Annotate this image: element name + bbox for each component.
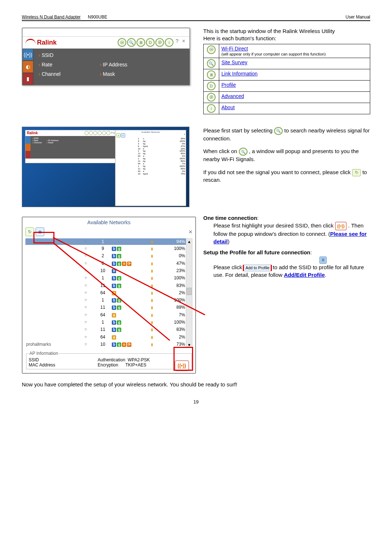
func-link[interactable]: Site Survey: [221, 59, 248, 65]
speed-tab-icon[interactable]: ◐: [23, 61, 33, 73]
signal-icon: ▮: [151, 262, 153, 266]
signal-icon: ▮: [151, 254, 153, 258]
rate-label: Rate: [42, 62, 71, 67]
signal-icon: ▮: [151, 291, 153, 295]
proto-b-icon: b: [112, 284, 116, 288]
proto-g-icon: g: [117, 305, 121, 310]
signal-icon: ▮: [151, 247, 153, 251]
table-row[interactable]: ᯤ1bg▮100%: [25, 274, 186, 282]
network-icon: ᯤ: [84, 246, 89, 251]
advanced-icon[interactable]: ⦿: [207, 93, 216, 102]
about-icon[interactable]: i: [165, 38, 173, 47]
connect-inline-icon[interactable]: ((•)): [335, 222, 347, 230]
network-icon: ᯤ: [84, 239, 89, 244]
site-survey-icon[interactable]: 🔍: [207, 59, 216, 68]
func-link[interactable]: Wi-Fi Direct: [221, 46, 248, 52]
network-icon: ᯤ: [84, 261, 89, 266]
table-row[interactable]: ᯤ10b▮23%: [25, 267, 186, 274]
one-time-title: One time connection: [203, 215, 257, 221]
available-networks-title: Available Networks: [25, 219, 192, 225]
channel-label: Channel: [42, 71, 71, 77]
table-row[interactable]: ᯤ1bg▮100%: [25, 296, 186, 304]
proto-g-icon: g: [117, 254, 121, 258]
ap-information: AP Information SSID Authentication WPA2-…: [26, 351, 192, 369]
site-survey-inline-icon-2[interactable]: 🔍: [239, 148, 248, 156]
para-rescan: If you did not see the signal you want t…: [203, 169, 370, 184]
header-right: User Manual: [346, 15, 370, 20]
wifi-direct-icon[interactable]: ⓦ: [118, 38, 126, 47]
func-link[interactable]: Advanced: [221, 93, 244, 99]
table-row[interactable]: ᯤ1▮94%: [25, 238, 186, 245]
proto-b-icon: b: [112, 328, 116, 332]
status-tab-icon[interactable]: ((•)): [23, 49, 33, 61]
func-link[interactable]: Profile: [221, 82, 236, 88]
proto-a-icon: a: [112, 335, 116, 340]
scrollbar[interactable]: ▴ ▾: [186, 238, 192, 348]
proto-g-icon: g: [117, 262, 121, 266]
advanced-icon[interactable]: ⦿: [155, 38, 164, 47]
profile-icon[interactable]: D: [146, 38, 155, 47]
site-survey-inline-icon[interactable]: 🔍: [274, 127, 283, 135]
proto-g-icon: g: [117, 284, 121, 288]
help-icon[interactable]: ?: [174, 38, 180, 47]
proto-b-icon: b: [112, 320, 116, 325]
table-row[interactable]: ᯤ11bg▮83%: [25, 326, 186, 333]
network-icon: ᯤ: [84, 305, 89, 310]
close-icon[interactable]: ×: [181, 38, 187, 47]
ralink-startup-window: Ralink ⓦ 🔍 ≣ D ⦿ i ? × ((•)) ◐ ▮: [22, 28, 190, 86]
intro-text-2: Here is each button's function:: [203, 35, 370, 42]
mask-label: Mask: [103, 71, 115, 77]
table-row[interactable]: ᯤ64a▮7%: [25, 311, 186, 319]
signal-icon: ▮: [151, 276, 153, 280]
para-select: Please first start by selecting 🔍 to sea…: [203, 127, 370, 142]
signal-icon: ▮: [151, 320, 153, 324]
network-icon: ᯤ: [84, 320, 89, 325]
proto-b-icon: b: [112, 276, 116, 280]
signal-icon: ▮: [151, 298, 153, 302]
model-number: N900UBE: [88, 15, 107, 20]
network-icon: ᯤ: [84, 283, 89, 288]
page-number: 19: [22, 399, 370, 405]
proto-g-icon: g: [117, 247, 121, 251]
proto-g-icon: g: [117, 328, 121, 332]
intro-text-1: This is the startup window of the Ralink…: [203, 28, 370, 35]
table-row[interactable]: ᯤ11bg▮83%: [25, 282, 186, 289]
table-row[interactable]: ᯤ1bg▮100%: [25, 319, 186, 326]
network-icon: ᯤ: [84, 312, 89, 317]
signal-tab-icon[interactable]: ▮: [23, 73, 33, 85]
one-time-body: Please first highlight your desired SSID…: [203, 222, 370, 245]
add-profile-toolbar-icon: ≣: [319, 257, 327, 264]
profile-icon[interactable]: D: [207, 82, 216, 90]
rescan-inline-icon[interactable]: ↻: [352, 169, 361, 176]
connect-button[interactable]: ((•)): [175, 360, 189, 371]
func-link[interactable]: About: [221, 104, 235, 110]
table-row[interactable]: ᯤ9bg▮100%: [25, 245, 186, 252]
proto-b-icon: b: [112, 342, 116, 347]
closing-text: Now you have completed the setup of your…: [22, 381, 370, 388]
add-to-profile-button[interactable]: ≣: [36, 227, 44, 236]
table-row[interactable]: ᯤ11bg▮89%: [25, 304, 186, 311]
proto-a-icon: a: [112, 313, 116, 317]
signal-icon: ▮: [151, 328, 153, 332]
func-link[interactable]: Link Information: [221, 71, 258, 77]
site-survey-icon[interactable]: 🔍: [127, 38, 136, 47]
link-info-icon[interactable]: ≣: [136, 38, 145, 47]
mini-available-networks: Available Networks ↻≡× 1s94%9bg100%2bg0%…: [115, 130, 186, 206]
table-row[interactable]: ᯤ2bg▮0%: [25, 252, 186, 259]
scroll-thumb[interactable]: [187, 288, 192, 295]
link-info-icon[interactable]: ≣: [207, 70, 216, 79]
network-icon: ᯤ: [84, 327, 89, 332]
about-icon[interactable]: i: [207, 104, 216, 113]
proto-g-icon: g: [117, 276, 121, 280]
add-to-profile-inline-button[interactable]: Add to Profile: [244, 264, 271, 271]
close-available-icon[interactable]: ×: [188, 228, 192, 236]
add-edit-profile-link[interactable]: Add/Edit Profile: [284, 272, 325, 278]
product-link[interactable]: Wireless N Dual Band Adapter: [22, 15, 81, 20]
network-icon: ᯤ: [84, 335, 89, 340]
rescan-button[interactable]: ↻: [25, 227, 34, 236]
signal-icon: ▮: [151, 313, 153, 317]
wifi-direct-icon[interactable]: ⓦ: [207, 45, 216, 54]
proto-b-icon: b: [112, 305, 116, 310]
available-networks-window: Available Networks ↻ ≣ × ᯤ1▮94%ᯤ9bg▮100%…: [22, 217, 196, 374]
table-row[interactable]: prohallmarksᯤ10bgn⟳▮73%: [25, 341, 186, 348]
